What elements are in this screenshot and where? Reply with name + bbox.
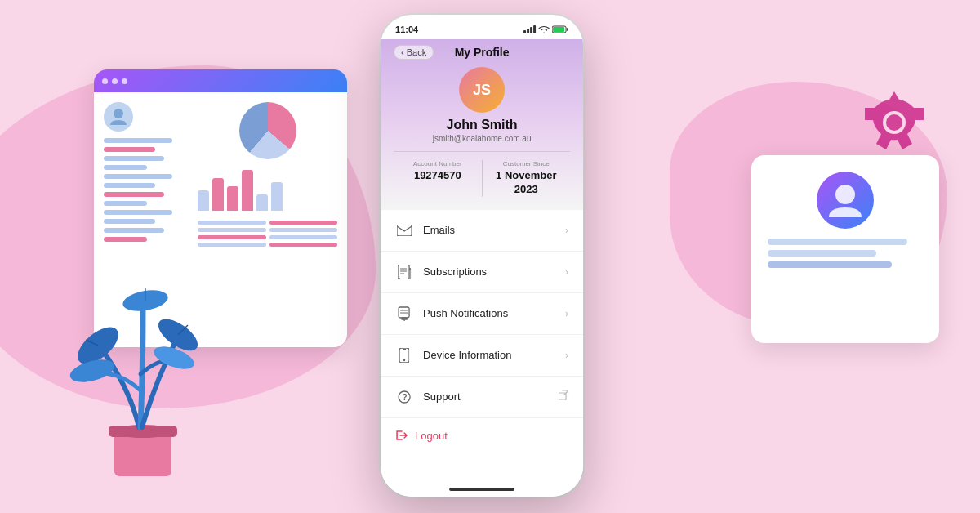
emails-icon <box>395 221 413 239</box>
support-label: Support <box>423 390 559 403</box>
device-information-chevron: › <box>565 350 568 361</box>
menu-item-emails[interactable]: Emails › <box>381 210 583 252</box>
device-information-icon <box>395 346 413 364</box>
support-icon: ? <box>395 388 413 406</box>
line-5 <box>104 174 172 179</box>
grid-line-6 <box>270 235 338 239</box>
home-indicator <box>449 488 514 491</box>
line-9 <box>104 210 172 215</box>
svg-rect-1 <box>114 431 172 476</box>
line-6 <box>104 183 155 188</box>
profile-title: My Profile <box>455 46 510 59</box>
customer-since-col: Customer Since 1 November2023 <box>483 160 571 197</box>
customer-since-label: Customer Since <box>503 160 550 167</box>
phone-profile-header: ‹ Back My Profile JS John Smith jsmith@k… <box>381 39 583 210</box>
logout-icon <box>395 430 408 441</box>
profile-avatar-icon <box>825 180 866 221</box>
dashboard-header <box>94 69 347 92</box>
grid-line-8 <box>270 243 338 247</box>
logout-label: Logout <box>415 430 448 442</box>
line-3 <box>104 156 164 161</box>
bar-4 <box>242 170 253 211</box>
svg-text:?: ? <box>403 393 408 402</box>
profile-card-avatar <box>817 172 874 229</box>
bar-1 <box>198 190 209 211</box>
svg-rect-16 <box>553 27 564 32</box>
emails-label: Emails <box>423 224 565 236</box>
profile-line-2 <box>768 250 876 256</box>
device-information-label: Device Information <box>423 349 565 361</box>
back-button[interactable]: ‹ Back <box>394 45 434 60</box>
dot-3 <box>122 78 127 84</box>
phone-nav: ‹ Back My Profile <box>394 46 570 59</box>
bar-5 <box>256 194 268 211</box>
signal-icon <box>523 25 536 33</box>
svg-point-0 <box>114 109 123 118</box>
battery-icon <box>552 25 568 33</box>
svg-rect-18 <box>397 225 412 236</box>
status-bar: 11:04 <box>381 15 583 39</box>
phone: 11:04 ‹ <box>381 15 583 497</box>
logout-item[interactable]: Logout <box>381 418 583 453</box>
back-label: Back <box>407 47 426 57</box>
wifi-icon <box>538 25 550 33</box>
user-name: John Smith <box>447 118 518 132</box>
profile-line-1 <box>768 239 907 245</box>
account-number-label: Account Number <box>413 160 462 167</box>
svg-point-14 <box>835 185 855 204</box>
gear-icon <box>853 82 935 163</box>
account-info-row: Account Number 19274570 Customer Since 1… <box>394 151 570 197</box>
svg-point-28 <box>403 359 405 361</box>
dashboard-right-panel <box>198 102 337 337</box>
subscriptions-chevron: › <box>565 266 568 278</box>
phone-time: 11:04 <box>395 25 418 34</box>
bar-chart <box>198 166 337 211</box>
dot-2 <box>112 78 118 84</box>
menu-item-push-notifications[interactable]: Push Notifications › <box>381 293 583 335</box>
subscriptions-icon <box>395 263 413 281</box>
plant-svg <box>69 227 208 488</box>
grid-line-2 <box>270 221 338 225</box>
line-2 <box>104 147 155 152</box>
back-chevron: ‹ <box>401 47 404 57</box>
grid-line-4 <box>270 228 338 232</box>
menu-item-subscriptions[interactable]: Subscriptions › <box>381 252 583 293</box>
push-notifications-chevron: › <box>565 308 568 319</box>
support-external-icon <box>559 390 568 403</box>
line-8 <box>104 201 147 206</box>
profile-card <box>751 155 939 343</box>
bar-3 <box>227 186 238 211</box>
menu-item-support[interactable]: ? Support <box>381 377 583 418</box>
menu-item-device-information[interactable]: Device Information › <box>381 335 583 377</box>
customer-since-value: 1 November2023 <box>496 169 556 197</box>
svg-rect-17 <box>567 28 568 31</box>
status-icons <box>523 25 568 33</box>
phone-menu: Emails › Subscriptions › <box>381 210 583 482</box>
line-4 <box>104 165 147 170</box>
avatar-icon <box>107 105 130 128</box>
home-indicator-bar <box>381 482 583 497</box>
subscriptions-label: Subscriptions <box>423 265 565 278</box>
line-7 <box>104 192 164 197</box>
dashboard-left-lines <box>104 138 189 242</box>
svg-rect-19 <box>398 265 409 279</box>
profile-card-lines <box>768 239 923 268</box>
pie-chart <box>239 102 296 159</box>
gear-icon-container <box>853 82 935 167</box>
account-number-value: 19274570 <box>414 169 461 183</box>
push-notifications-icon <box>395 305 413 323</box>
dashboard-avatar <box>104 102 133 132</box>
profile-line-3 <box>768 261 892 268</box>
user-avatar: JS <box>459 67 505 113</box>
emails-chevron: › <box>565 225 568 236</box>
grid-line-1 <box>198 221 266 225</box>
dashboard-grid <box>198 221 337 247</box>
svg-point-13 <box>886 114 902 131</box>
line-1 <box>104 138 172 143</box>
user-email: jsmith@koalahome.com.au <box>433 134 532 143</box>
plant-illustration <box>69 227 208 488</box>
push-notifications-label: Push Notifications <box>423 307 565 319</box>
dot-1 <box>102 78 108 84</box>
line-10 <box>104 219 155 224</box>
bar-6 <box>271 182 283 211</box>
